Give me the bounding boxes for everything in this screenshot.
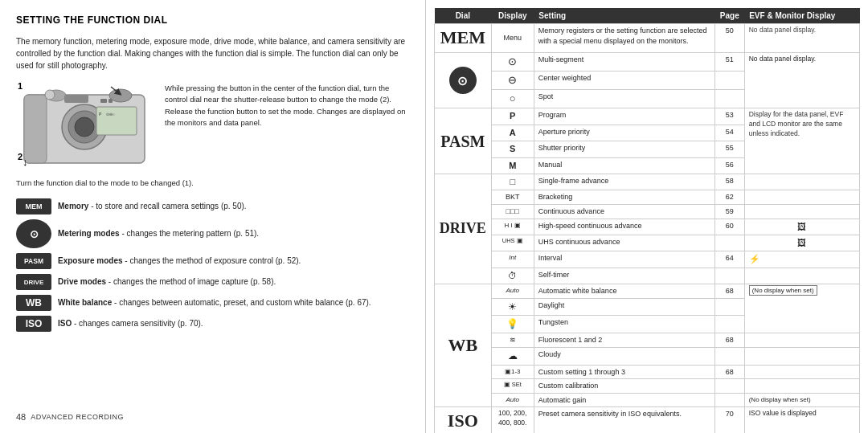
- mode-item-drive: DRIVE Drive modes - changes the method o…: [16, 274, 409, 290]
- evf-high: 🖼: [744, 219, 859, 235]
- page-cont: 59: [714, 204, 744, 219]
- table-row-fluorescent: ≋ Fluorescent 1 and 2 68: [435, 333, 860, 348]
- evf-pasm: Display for the data panel, EVF and LCD …: [744, 108, 859, 174]
- setting-spot: Spot: [534, 90, 714, 108]
- table-row-cont: □□□ Continuous advance 59: [435, 204, 860, 219]
- pasm-desc: Exposure modes - changes the method of e…: [58, 255, 301, 267]
- svg-rect-14: [64, 95, 88, 103]
- setting-shutter: Shutter priority: [534, 141, 714, 157]
- display-center: ⊖: [491, 71, 534, 89]
- page-mem: 50: [714, 24, 744, 53]
- pasm-badge: PASM: [16, 253, 51, 269]
- mode-item-wb: WB White balance - changes between autom…: [16, 295, 409, 311]
- display-menu: Menu: [491, 24, 534, 53]
- table-row-custom: ▣1-3 Custom setting 1 through 3 68: [435, 365, 860, 379]
- evf-cont: [744, 204, 859, 219]
- page-multi: 51: [714, 52, 744, 71]
- meter-desc: Metering modes - changes the metering pa…: [58, 228, 259, 239]
- display-a: A: [491, 125, 534, 141]
- page-awb: 68: [714, 284, 744, 299]
- setting-manual: Manual: [534, 157, 714, 174]
- setting-cloudy: Cloudy: [534, 347, 714, 365]
- page-iso: 70: [714, 407, 744, 433]
- mode-item-iso: ISO ISO - changes camera sensitivity (p.…: [16, 316, 409, 332]
- left-panel: Setting the Function Dial The memory fun…: [0, 0, 426, 433]
- dial-drive: DRIVE: [435, 174, 492, 284]
- reference-table: Dial Display Setting Page EVF & Monitor …: [434, 8, 860, 433]
- setting-bracket: Bracketing: [534, 190, 714, 205]
- svg-point-10: [45, 90, 55, 100]
- page-autogain: [714, 393, 744, 407]
- setting-calib: Custom calibration: [534, 379, 714, 394]
- display-high: H I ▣: [491, 219, 534, 235]
- evf-cloudy: [744, 347, 859, 365]
- mem-badge: MEM: [16, 198, 51, 214]
- intro-text: The memory function, metering mode, expo…: [16, 35, 409, 71]
- page-manual: 56: [714, 157, 744, 174]
- svg-rect-9: [108, 99, 113, 103]
- evf-wb-nodisplay: (No display when set): [744, 284, 859, 333]
- table-row-cloudy: ☁ Cloudy: [435, 347, 860, 365]
- drive-desc: Drive modes - changes the method of imag…: [58, 276, 276, 288]
- page-high: 60: [714, 219, 744, 235]
- display-fluorescent: ≋: [491, 333, 534, 348]
- setting-center: Center weighted: [534, 71, 714, 89]
- drive-badge: DRIVE: [16, 274, 51, 290]
- page-cloudy: [714, 347, 744, 365]
- table-row-awb: WB Auto Automatic white balance 68 (No d…: [435, 284, 860, 299]
- page-num-left: 48 Advanced Recording: [16, 412, 409, 422]
- page-single: 58: [714, 174, 744, 190]
- mode-item-meter: ⊙ Metering modes - changes the metering …: [16, 219, 409, 248]
- label-1: 1: [18, 81, 23, 91]
- display-cont: □□□: [491, 204, 534, 219]
- evf-interval: ⚡: [744, 251, 859, 268]
- evf-meter: No data panel display.: [744, 52, 859, 108]
- setting-fluorescent: Fluorescent 1 and 2: [534, 333, 714, 348]
- table-row-program: PASM P Program 53 Display for the data p…: [435, 108, 860, 125]
- page-selftimer: [714, 268, 744, 284]
- wb-badge: WB: [16, 295, 51, 311]
- table-row-iso: ISO 100, 200, 400, 800. Preset camera se…: [435, 407, 860, 433]
- setting-custom: Custom setting 1 through 3: [534, 365, 714, 379]
- mem-desc: Memory - to store and recall camera sett…: [58, 201, 247, 212]
- svg-text:⊙⊖○: ⊙⊖○: [106, 112, 115, 116]
- meter-badge: ⊙: [16, 219, 51, 248]
- page-uhs: [714, 235, 744, 251]
- page-tungsten: [714, 316, 744, 333]
- display-spot: ○: [491, 90, 534, 108]
- evf-custom: [744, 365, 859, 379]
- display-daylight: ☀: [491, 298, 534, 316]
- page-spot: [714, 90, 744, 108]
- col-page: Page: [714, 8, 744, 24]
- mode-list: MEM Memory - to store and recall camera …: [16, 198, 409, 332]
- dial-iso: ISO: [435, 407, 492, 433]
- setting-uhs: UHS continuous advance: [534, 235, 714, 251]
- step1-text: Turn the function dial to the mode to be…: [16, 178, 409, 189]
- setting-awb: Automatic white balance: [534, 284, 714, 299]
- evf-mem: No data panel display.: [744, 24, 859, 53]
- page-fluorescent: 68: [714, 333, 744, 348]
- evf-calib: [744, 379, 859, 394]
- table-row-autogain: Auto Automatic gain (No display when set…: [435, 393, 860, 407]
- setting-iso: Preset camera sensitivity in ISO equival…: [534, 407, 714, 433]
- dial-mem: MEM: [435, 24, 492, 53]
- chapter-label: Advanced Recording: [31, 413, 124, 421]
- svg-rect-1: [24, 95, 47, 163]
- svg-point-4: [75, 117, 94, 137]
- mode-item-mem: MEM Memory - to store and recall camera …: [16, 198, 409, 214]
- table-row-high: H I ▣ High-speed continuous advance 60 🖼: [435, 219, 860, 235]
- page-center: [714, 71, 744, 89]
- col-evf: EVF & Monitor Display: [744, 8, 859, 24]
- section-title: Setting the Function Dial: [16, 14, 409, 26]
- evf-autogain: (No display when set): [744, 393, 859, 407]
- page-program: 53: [714, 108, 744, 125]
- evf-uhs: 🖼: [744, 235, 859, 251]
- setting-cont: Continuous advance: [534, 204, 714, 219]
- display-s: S: [491, 141, 534, 157]
- display-iso: 100, 200, 400, 800.: [491, 407, 534, 433]
- evf-selftimer: [744, 268, 859, 284]
- display-multi: ⊙: [491, 52, 534, 71]
- display-cloudy: ☁: [491, 347, 534, 365]
- setting-mem: Memory registers or the setting function…: [534, 24, 714, 53]
- table-row-bracket: BKT Bracketing 62: [435, 190, 860, 205]
